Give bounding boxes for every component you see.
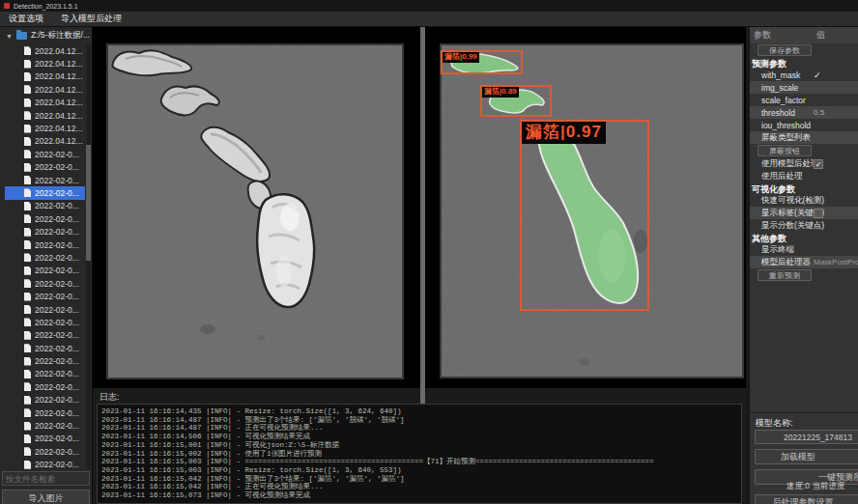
tree-item-label: 2022-02-0... bbox=[35, 279, 79, 289]
filename-search-input[interactable] bbox=[2, 471, 90, 486]
folder-icon bbox=[16, 32, 27, 40]
log-line: 2023-01-11 16:16:15,042 |INFO| - 正在可视化预测… bbox=[101, 483, 741, 491]
file-icon bbox=[24, 85, 31, 94]
tree-item[interactable]: 2022-02-0... bbox=[5, 174, 85, 186]
tree-item[interactable]: 2022-02-0... bbox=[5, 200, 85, 212]
tree-item[interactable]: 2022-02-0... bbox=[5, 342, 85, 354]
param-label: scale_factor bbox=[761, 96, 814, 105]
param-entry: scale_factor scale_factor scale_factor bbox=[750, 94, 858, 106]
tree-item-label: 2022.04.12... bbox=[35, 71, 83, 81]
tree-item[interactable]: 2022.04.12... bbox=[5, 83, 85, 96]
param-entry: 保存参数 保存参数 保存参数 bbox=[750, 43, 858, 57]
file-icon bbox=[24, 382, 31, 391]
menu-item-settings[interactable]: 设置选项 bbox=[0, 13, 52, 25]
log-output[interactable]: 2023-01-11 16:16:14,435 |INFO| - Resize:… bbox=[97, 404, 742, 504]
file-icon bbox=[24, 422, 31, 431]
tree-item[interactable]: 2022-02-0... bbox=[5, 251, 85, 264]
tree-item[interactable]: 2022-02-0... bbox=[5, 161, 85, 174]
tree-item-label: 2022.04.12... bbox=[35, 59, 83, 69]
param-action-button[interactable]: 重新预测 bbox=[758, 269, 812, 281]
load-model-button[interactable]: 加载模型 bbox=[755, 449, 858, 464]
param-entry: 预测参数 预测参数 预测参数 bbox=[750, 57, 858, 69]
tree-root-folder[interactable]: ▼ Z:/5-标注数据/... bbox=[0, 29, 90, 42]
import-images-button[interactable]: 导入图片 bbox=[2, 490, 90, 504]
panel-splitter[interactable] bbox=[420, 27, 425, 404]
model-name-value[interactable]: 20221225_174813 bbox=[755, 430, 858, 444]
postprocess-params-button[interactable]: 后处理参数设置 bbox=[755, 494, 858, 504]
tree-item[interactable]: 2022-02-0... bbox=[5, 186, 85, 199]
prediction-image: 漏箔|0.99 漏箔|0.89 漏箔|0.97 bbox=[440, 43, 744, 378]
tree-item[interactable]: 2022.04.12... bbox=[5, 135, 85, 148]
tree-item[interactable]: 2022-02-0... bbox=[5, 316, 85, 328]
param-label: 屏蔽类型列表 bbox=[761, 132, 814, 144]
file-icon bbox=[24, 370, 31, 378]
title-bar: Detection_2023.1.5.1 bbox=[0, 0, 858, 12]
file-icon bbox=[24, 176, 31, 184]
tree-item[interactable]: 2022-02-0... bbox=[5, 354, 85, 367]
file-icon bbox=[24, 396, 31, 405]
tree-item[interactable]: 2022-02-0... bbox=[5, 406, 85, 419]
tree-item[interactable]: 2022-02-0... bbox=[5, 225, 85, 238]
param-action-button[interactable]: 保存参数 bbox=[758, 44, 812, 56]
param-label: 显示终端 bbox=[761, 244, 814, 256]
tree-item[interactable]: 2022-02-0... bbox=[5, 290, 85, 302]
file-icon bbox=[24, 240, 31, 249]
param-value[interactable]: MaskPostPro bbox=[814, 258, 858, 266]
param-value[interactable]: ✓ bbox=[814, 70, 821, 80]
tree-item[interactable]: 2022.04.12... bbox=[5, 70, 85, 83]
file-icon bbox=[24, 253, 31, 262]
tree-item[interactable]: 2022-02-0... bbox=[5, 148, 85, 160]
file-icon bbox=[24, 46, 31, 55]
tree-item[interactable]: 2022.04.12... bbox=[5, 44, 85, 57]
params-header: 参数 值 bbox=[750, 27, 858, 43]
tree-item[interactable]: 2022-02-0... bbox=[5, 459, 85, 471]
tree-item-label: 2022-02-0... bbox=[35, 369, 79, 378]
tree-item[interactable]: 2022.04.12... bbox=[5, 57, 85, 70]
param-entry: iou_threshold iou_threshold iou_threshol… bbox=[750, 119, 858, 131]
param-label: 显示标签(关键点) bbox=[761, 208, 814, 219]
file-icon bbox=[24, 60, 31, 69]
log-line: 2023-01-11 16:16:15,001 |INFO| - 可视化json… bbox=[101, 441, 741, 450]
param-value[interactable] bbox=[814, 209, 823, 218]
tree-item[interactable]: 2022-02-0... bbox=[5, 329, 85, 342]
tree-item-label: 2022.04.12... bbox=[35, 111, 83, 121]
file-icon bbox=[24, 344, 31, 352]
menu-item-import-postprocess[interactable]: 导入模型后处理 bbox=[52, 13, 130, 25]
param-label: 显示分数(关键点) bbox=[761, 220, 814, 232]
file-icon bbox=[24, 357, 31, 366]
tree-item[interactable]: 2022-02-0... bbox=[5, 368, 85, 380]
tree-scrollbar-thumb[interactable] bbox=[86, 145, 91, 261]
file-icon bbox=[24, 228, 31, 237]
model-name-label: 模型名称: bbox=[756, 417, 793, 430]
tree-item[interactable]: 2022-02-0... bbox=[5, 303, 85, 316]
tree-item[interactable]: 2022-02-0... bbox=[5, 419, 85, 432]
param-entry: 快速可视化(检测) 快速可视化(检测) 快速可视化(检测) bbox=[750, 194, 858, 207]
tree-item-label: 2022.04.12... bbox=[35, 85, 83, 95]
tree-item[interactable]: 2022.04.12... bbox=[5, 97, 85, 109]
param-value[interactable]: ✓ bbox=[814, 159, 823, 169]
file-icon bbox=[24, 150, 31, 158]
tree-item-label: 2022-02-0... bbox=[35, 408, 79, 418]
tree-item[interactable]: 2022-02-0... bbox=[5, 380, 85, 393]
tree-item[interactable]: 2022-02-0... bbox=[5, 212, 85, 225]
tree-item-label: 2022-02-0... bbox=[35, 176, 79, 185]
tree-item-label: 2022-02-0... bbox=[35, 344, 79, 353]
tree-item-label: 2022-02-0... bbox=[35, 447, 79, 457]
tree-item[interactable]: 2022-02-0... bbox=[5, 238, 85, 251]
param-value[interactable]: 0.5 bbox=[814, 108, 824, 117]
expand-arrow-icon[interactable]: ▼ bbox=[6, 33, 13, 40]
param-label: 使用后处理 bbox=[761, 171, 814, 182]
tree-item[interactable]: 2022-02-0... bbox=[5, 265, 85, 277]
tree-item[interactable]: 2022-02-0... bbox=[5, 394, 85, 406]
viewer-area: 漏箔|0.99 漏箔|0.89 漏箔|0.97 日志: 2023-01-11 1… bbox=[93, 27, 746, 504]
tree-item-label: 2022-02-0... bbox=[35, 356, 79, 366]
tree-item[interactable]: 2022.04.12... bbox=[5, 122, 85, 134]
param-entry: 重新预测 重新预测 重新预测 bbox=[750, 268, 858, 282]
tree-item[interactable]: 2022-02-0... bbox=[5, 277, 85, 290]
progress-status: 速度:0 当前进度 bbox=[786, 481, 844, 492]
tree-item[interactable]: 2022.04.12... bbox=[5, 109, 85, 122]
tree-item[interactable]: 2022-02-0... bbox=[5, 445, 85, 458]
param-action-button[interactable]: 屏蔽按钮 bbox=[758, 145, 812, 156]
param-label: with_mask bbox=[761, 70, 814, 80]
tree-item[interactable]: 2022-02-0... bbox=[5, 433, 85, 445]
